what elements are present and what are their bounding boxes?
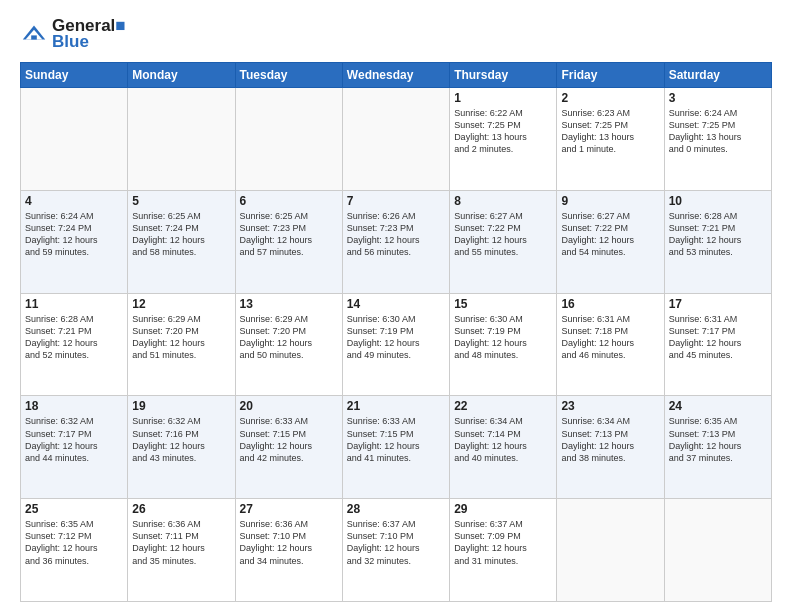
day-number: 10 [669, 194, 767, 208]
day-number: 23 [561, 399, 659, 413]
day-info: Sunrise: 6:32 AM Sunset: 7:17 PM Dayligh… [25, 415, 123, 464]
day-info: Sunrise: 6:27 AM Sunset: 7:22 PM Dayligh… [561, 210, 659, 259]
day-cell: 27Sunrise: 6:36 AM Sunset: 7:10 PM Dayli… [235, 499, 342, 602]
day-info: Sunrise: 6:24 AM Sunset: 7:25 PM Dayligh… [669, 107, 767, 156]
day-number: 17 [669, 297, 767, 311]
day-cell [235, 88, 342, 191]
day-number: 22 [454, 399, 552, 413]
day-info: Sunrise: 6:30 AM Sunset: 7:19 PM Dayligh… [454, 313, 552, 362]
logo-text: General■ Blue [52, 16, 126, 52]
calendar-header-row: SundayMondayTuesdayWednesdayThursdayFrid… [21, 63, 772, 88]
day-cell: 12Sunrise: 6:29 AM Sunset: 7:20 PM Dayli… [128, 293, 235, 396]
day-cell: 21Sunrise: 6:33 AM Sunset: 7:15 PM Dayli… [342, 396, 449, 499]
day-cell: 25Sunrise: 6:35 AM Sunset: 7:12 PM Dayli… [21, 499, 128, 602]
col-header-thursday: Thursday [450, 63, 557, 88]
day-info: Sunrise: 6:28 AM Sunset: 7:21 PM Dayligh… [25, 313, 123, 362]
day-number: 15 [454, 297, 552, 311]
day-number: 26 [132, 502, 230, 516]
week-row-4: 18Sunrise: 6:32 AM Sunset: 7:17 PM Dayli… [21, 396, 772, 499]
day-info: Sunrise: 6:37 AM Sunset: 7:09 PM Dayligh… [454, 518, 552, 567]
day-cell [128, 88, 235, 191]
day-cell: 16Sunrise: 6:31 AM Sunset: 7:18 PM Dayli… [557, 293, 664, 396]
day-cell: 22Sunrise: 6:34 AM Sunset: 7:14 PM Dayli… [450, 396, 557, 499]
day-cell: 28Sunrise: 6:37 AM Sunset: 7:10 PM Dayli… [342, 499, 449, 602]
day-info: Sunrise: 6:31 AM Sunset: 7:17 PM Dayligh… [669, 313, 767, 362]
day-number: 18 [25, 399, 123, 413]
day-number: 2 [561, 91, 659, 105]
day-number: 14 [347, 297, 445, 311]
day-cell: 7Sunrise: 6:26 AM Sunset: 7:23 PM Daylig… [342, 190, 449, 293]
day-cell: 17Sunrise: 6:31 AM Sunset: 7:17 PM Dayli… [664, 293, 771, 396]
day-info: Sunrise: 6:36 AM Sunset: 7:11 PM Dayligh… [132, 518, 230, 567]
day-info: Sunrise: 6:35 AM Sunset: 7:13 PM Dayligh… [669, 415, 767, 464]
week-row-1: 1Sunrise: 6:22 AM Sunset: 7:25 PM Daylig… [21, 88, 772, 191]
col-header-tuesday: Tuesday [235, 63, 342, 88]
day-cell: 15Sunrise: 6:30 AM Sunset: 7:19 PM Dayli… [450, 293, 557, 396]
day-cell: 20Sunrise: 6:33 AM Sunset: 7:15 PM Dayli… [235, 396, 342, 499]
col-header-friday: Friday [557, 63, 664, 88]
day-number: 13 [240, 297, 338, 311]
week-row-5: 25Sunrise: 6:35 AM Sunset: 7:12 PM Dayli… [21, 499, 772, 602]
day-info: Sunrise: 6:30 AM Sunset: 7:19 PM Dayligh… [347, 313, 445, 362]
day-cell: 10Sunrise: 6:28 AM Sunset: 7:21 PM Dayli… [664, 190, 771, 293]
day-info: Sunrise: 6:25 AM Sunset: 7:23 PM Dayligh… [240, 210, 338, 259]
logo: General■ Blue [20, 16, 126, 52]
day-cell: 11Sunrise: 6:28 AM Sunset: 7:21 PM Dayli… [21, 293, 128, 396]
day-number: 7 [347, 194, 445, 208]
day-info: Sunrise: 6:36 AM Sunset: 7:10 PM Dayligh… [240, 518, 338, 567]
day-info: Sunrise: 6:34 AM Sunset: 7:13 PM Dayligh… [561, 415, 659, 464]
day-info: Sunrise: 6:28 AM Sunset: 7:21 PM Dayligh… [669, 210, 767, 259]
day-info: Sunrise: 6:25 AM Sunset: 7:24 PM Dayligh… [132, 210, 230, 259]
day-cell [664, 499, 771, 602]
day-cell: 3Sunrise: 6:24 AM Sunset: 7:25 PM Daylig… [664, 88, 771, 191]
day-cell: 23Sunrise: 6:34 AM Sunset: 7:13 PM Dayli… [557, 396, 664, 499]
day-info: Sunrise: 6:33 AM Sunset: 7:15 PM Dayligh… [240, 415, 338, 464]
day-number: 12 [132, 297, 230, 311]
day-number: 9 [561, 194, 659, 208]
day-info: Sunrise: 6:31 AM Sunset: 7:18 PM Dayligh… [561, 313, 659, 362]
day-number: 11 [25, 297, 123, 311]
day-number: 1 [454, 91, 552, 105]
header: General■ Blue [20, 16, 772, 52]
day-cell: 26Sunrise: 6:36 AM Sunset: 7:11 PM Dayli… [128, 499, 235, 602]
day-info: Sunrise: 6:29 AM Sunset: 7:20 PM Dayligh… [240, 313, 338, 362]
col-header-saturday: Saturday [664, 63, 771, 88]
day-info: Sunrise: 6:24 AM Sunset: 7:24 PM Dayligh… [25, 210, 123, 259]
day-number: 25 [25, 502, 123, 516]
col-header-sunday: Sunday [21, 63, 128, 88]
day-cell: 13Sunrise: 6:29 AM Sunset: 7:20 PM Dayli… [235, 293, 342, 396]
day-cell: 29Sunrise: 6:37 AM Sunset: 7:09 PM Dayli… [450, 499, 557, 602]
day-cell: 14Sunrise: 6:30 AM Sunset: 7:19 PM Dayli… [342, 293, 449, 396]
day-info: Sunrise: 6:23 AM Sunset: 7:25 PM Dayligh… [561, 107, 659, 156]
day-number: 27 [240, 502, 338, 516]
day-number: 16 [561, 297, 659, 311]
calendar-table: SundayMondayTuesdayWednesdayThursdayFrid… [20, 62, 772, 602]
day-number: 4 [25, 194, 123, 208]
day-number: 8 [454, 194, 552, 208]
day-cell [21, 88, 128, 191]
day-info: Sunrise: 6:35 AM Sunset: 7:12 PM Dayligh… [25, 518, 123, 567]
col-header-monday: Monday [128, 63, 235, 88]
day-number: 28 [347, 502, 445, 516]
day-number: 24 [669, 399, 767, 413]
day-cell [557, 499, 664, 602]
day-cell [342, 88, 449, 191]
week-row-3: 11Sunrise: 6:28 AM Sunset: 7:21 PM Dayli… [21, 293, 772, 396]
day-cell: 1Sunrise: 6:22 AM Sunset: 7:25 PM Daylig… [450, 88, 557, 191]
page: General■ Blue SundayMondayTuesdayWednesd… [0, 0, 792, 612]
day-info: Sunrise: 6:33 AM Sunset: 7:15 PM Dayligh… [347, 415, 445, 464]
week-row-2: 4Sunrise: 6:24 AM Sunset: 7:24 PM Daylig… [21, 190, 772, 293]
day-number: 5 [132, 194, 230, 208]
day-info: Sunrise: 6:32 AM Sunset: 7:16 PM Dayligh… [132, 415, 230, 464]
day-info: Sunrise: 6:27 AM Sunset: 7:22 PM Dayligh… [454, 210, 552, 259]
col-header-wednesday: Wednesday [342, 63, 449, 88]
day-number: 19 [132, 399, 230, 413]
day-info: Sunrise: 6:34 AM Sunset: 7:14 PM Dayligh… [454, 415, 552, 464]
day-cell: 4Sunrise: 6:24 AM Sunset: 7:24 PM Daylig… [21, 190, 128, 293]
day-number: 20 [240, 399, 338, 413]
day-number: 6 [240, 194, 338, 208]
day-cell: 2Sunrise: 6:23 AM Sunset: 7:25 PM Daylig… [557, 88, 664, 191]
day-cell: 6Sunrise: 6:25 AM Sunset: 7:23 PM Daylig… [235, 190, 342, 293]
day-info: Sunrise: 6:22 AM Sunset: 7:25 PM Dayligh… [454, 107, 552, 156]
day-number: 21 [347, 399, 445, 413]
